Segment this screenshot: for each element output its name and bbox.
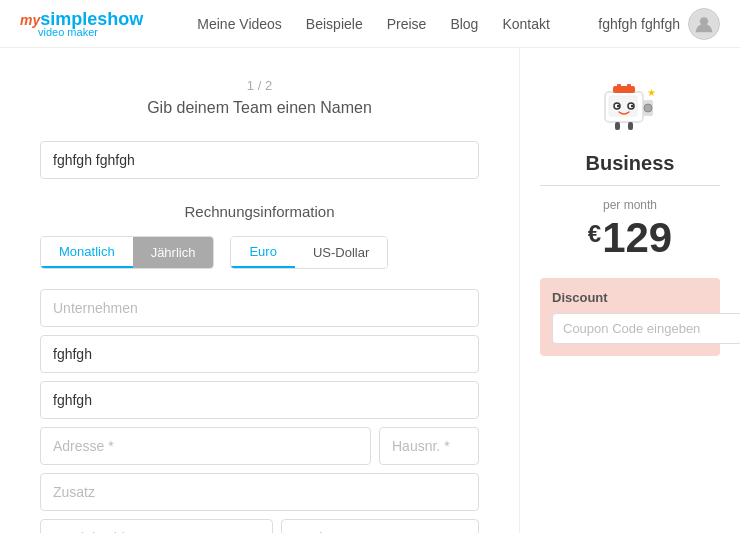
currency-group: Euro US-Dollar (230, 236, 388, 269)
plan-name: Business (586, 152, 675, 175)
plan-divider (540, 185, 720, 186)
right-panel: ★ Business per month € 129 Discount Einl… (520, 48, 740, 533)
currency-usdollar[interactable]: US-Dollar (295, 237, 387, 268)
currency-euro[interactable]: Euro (231, 237, 294, 268)
team-name-input[interactable] (40, 141, 479, 179)
plan-mascot: ★ (595, 72, 665, 142)
svg-rect-9 (613, 86, 635, 93)
address-row (40, 427, 479, 465)
svg-text:★: ★ (647, 87, 656, 98)
company-input[interactable] (40, 289, 479, 327)
nav-link-preise[interactable]: Preise (387, 16, 427, 32)
svg-point-5 (617, 105, 619, 107)
svg-rect-13 (615, 122, 620, 130)
zip-input[interactable] (40, 519, 273, 533)
nav-username: fghfgh fghfgh (598, 16, 680, 32)
svg-rect-14 (628, 122, 633, 130)
nav-links: Meine Videos Beispiele Preise Blog Konta… (197, 16, 574, 32)
toggle-jahrlich[interactable]: Jährlich (133, 237, 214, 268)
billing-section-title: Rechnungsinformation (40, 203, 479, 220)
svg-point-6 (631, 105, 633, 107)
address-input[interactable] (40, 427, 371, 465)
nav-link-blog[interactable]: Blog (450, 16, 478, 32)
step-title: Gib deinem Team einen Namen (40, 99, 479, 117)
left-panel: 1 / 2 Gib deinem Team einen Namen Rechnu… (0, 48, 520, 533)
nav-link-kontakt[interactable]: Kontakt (502, 16, 549, 32)
plan-per-month-label: per month (603, 198, 657, 212)
svg-point-8 (644, 104, 652, 112)
billing-toggles: Monatlich Jährlich Euro US-Dollar (40, 236, 479, 269)
step-indicator: 1 / 2 (40, 78, 479, 93)
billing-period-group: Monatlich Jährlich (40, 236, 214, 269)
coupon-input[interactable] (552, 313, 740, 344)
navbar: my simpleshow video maker Meine Videos B… (0, 0, 740, 48)
discount-box: Discount Einlösen (540, 278, 720, 356)
discount-row: Einlösen (552, 313, 708, 344)
first-name-input[interactable] (40, 335, 479, 373)
toggle-monatlich[interactable]: Monatlich (41, 237, 133, 268)
housenr-input[interactable] (379, 427, 479, 465)
city-input[interactable] (281, 519, 479, 533)
billing-form: United States Germany Austria Switzerlan… (40, 289, 479, 533)
svg-rect-10 (617, 84, 621, 89)
plan-amount: 129 (602, 214, 672, 262)
extra-input[interactable] (40, 473, 479, 511)
avatar (688, 8, 720, 40)
plan-price: € 129 (588, 214, 672, 262)
user-icon (693, 13, 715, 35)
nav-link-beispiele[interactable]: Beispiele (306, 16, 363, 32)
svg-rect-11 (627, 84, 631, 89)
nav-right: fghfgh fghfgh (598, 8, 720, 40)
logo-sub: video maker (38, 26, 143, 38)
plan-currency: € (588, 220, 601, 248)
mascot-svg: ★ (595, 72, 665, 142)
last-name-input[interactable] (40, 381, 479, 419)
nav-link-videos[interactable]: Meine Videos (197, 16, 282, 32)
zip-city-row (40, 519, 479, 533)
logo: my simpleshow video maker (20, 9, 143, 38)
main-layout: 1 / 2 Gib deinem Team einen Namen Rechnu… (0, 48, 740, 533)
discount-label: Discount (552, 290, 708, 305)
